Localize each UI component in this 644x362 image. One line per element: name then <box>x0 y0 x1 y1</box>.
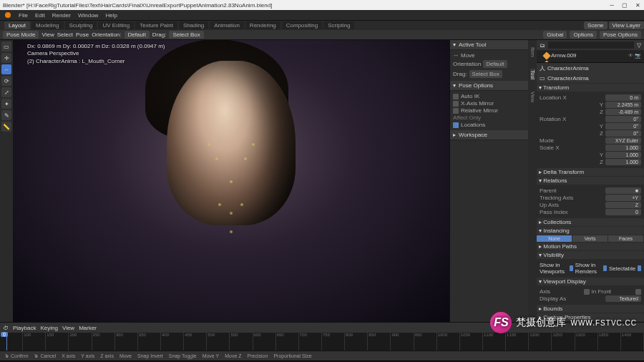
menu-window[interactable]: Window <box>78 12 98 19</box>
tl-playback-menu[interactable]: Playback <box>13 325 36 331</box>
outliner-search[interactable] <box>548 41 634 49</box>
menu-render[interactable]: Render <box>52 12 71 19</box>
xmirror-checkbox[interactable] <box>453 101 459 107</box>
minimize-button[interactable]: ─ <box>608 1 615 9</box>
timeline-track[interactable]: 0100150200250300350400450500550600650700… <box>0 333 644 351</box>
tab-sculpting[interactable]: Sculpting <box>65 21 97 29</box>
rotate-tool[interactable]: ⟳ <box>1 76 11 86</box>
tl-marker-menu[interactable]: Marker <box>79 325 97 331</box>
show-renders-check[interactable] <box>603 265 607 271</box>
outliner-type-icon[interactable]: 🗂 <box>540 42 545 49</box>
tab-animation[interactable]: Animation <box>210 21 244 29</box>
tl-keying-menu[interactable]: Keying <box>40 325 57 331</box>
loc-y-field[interactable]: 2.2455 m <box>605 102 641 108</box>
instancing-toggle[interactable]: None Verts Faces <box>537 235 644 242</box>
transform-tool[interactable]: ✦ <box>1 99 11 109</box>
tab-rendering[interactable]: Rendering <box>245 21 280 29</box>
3d-viewport[interactable]: Dx: 0.0869 m Dy: 0.00027 m Dz: 0.0328 m … <box>13 40 449 322</box>
scale-x-field[interactable]: 1.000 <box>605 145 641 151</box>
displayas-field[interactable]: Textured <box>605 295 641 302</box>
tl-view-menu[interactable]: View <box>62 325 74 331</box>
up-axis-field[interactable]: Z <box>605 202 641 208</box>
rot-z-field[interactable]: 0° <box>605 130 641 137</box>
viewport-overlay-text: Dx: 0.0869 m Dy: 0.00027 m Dz: 0.0328 m … <box>27 43 165 65</box>
tab-uv[interactable]: UV Editing <box>98 21 134 29</box>
autoik-checkbox[interactable] <box>453 94 459 99</box>
custom-props-panel[interactable]: ▸ Custom Properties <box>537 313 644 321</box>
drag-dropdown[interactable]: Select Box <box>169 31 203 39</box>
menu-help[interactable]: Help <box>105 12 117 19</box>
scale-y-field[interactable]: 1.000 <box>605 152 641 158</box>
scene-selector[interactable]: Scene <box>584 21 608 29</box>
measure-tool[interactable]: 📏 <box>1 122 11 132</box>
scale-z-field[interactable]: 1.000 <box>605 159 641 165</box>
move-tool[interactable]: ↔ <box>1 64 11 74</box>
delta-panel[interactable]: ▸ Delta Transform <box>537 168 644 176</box>
render-icon[interactable]: 📷 <box>635 52 641 60</box>
selectable-check[interactable] <box>638 265 641 271</box>
drag-select[interactable]: Select Box <box>469 70 502 78</box>
passindex-field[interactable]: 0 <box>605 209 641 215</box>
viewlayer-selector[interactable]: View Layer <box>609 21 644 29</box>
outliner-tree[interactable]: Armw.009👁📷Armw.020👁📷Armw.021👁📷BowDemoMes… <box>537 50 644 62</box>
instancing-panel[interactable]: ▾ Instancing <box>537 227 644 235</box>
playhead[interactable] <box>6 333 7 351</box>
mode-dropdown[interactable]: Pose Mode <box>3 31 39 39</box>
pivot-dropdown[interactable]: Global <box>543 31 567 39</box>
viewport-display-panel[interactable]: ▾ Viewport Display <box>537 278 644 285</box>
track-axis-field[interactable]: +Y <box>605 195 641 201</box>
tab-texpaint[interactable]: Texture Paint <box>135 21 177 29</box>
view-menu[interactable]: View <box>42 31 54 38</box>
tab-scripting[interactable]: Scripting <box>323 21 354 29</box>
npanel-tab-view[interactable]: View <box>530 90 535 104</box>
infront-check[interactable] <box>635 289 641 295</box>
annotate-tool[interactable]: ✎ <box>1 110 11 120</box>
filter-icon[interactable]: ▽ <box>637 42 641 49</box>
npanel-tab-item[interactable]: Item <box>530 46 535 59</box>
cursor-tool[interactable]: ✛ <box>1 53 11 63</box>
bounds-panel[interactable]: ▸ Bounds <box>537 305 644 313</box>
visibility-panel[interactable]: ▾ Visibility <box>537 251 644 259</box>
tab-compositing[interactable]: Compositing <box>282 21 322 29</box>
npanel-tool-header[interactable]: ▾ Active Tool <box>450 40 528 50</box>
transform-panel[interactable]: ▾ Transform <box>537 84 644 92</box>
motion-panel[interactable]: ▸ Motion Paths <box>537 243 644 250</box>
outliner-item[interactable]: Armw.009👁📷 <box>538 52 643 60</box>
workspace-header[interactable]: ▸ Workspace <box>450 130 528 140</box>
parent-field[interactable]: ■ <box>605 187 641 194</box>
pose-options-popup[interactable]: Pose Options <box>600 31 641 39</box>
timeline-icon[interactable]: ⏱ <box>3 325 9 331</box>
npanel-tab-tool[interactable]: Tool <box>530 69 535 81</box>
pose-options-header[interactable]: ▾ Pose Options <box>450 81 528 91</box>
tab-layout[interactable]: Layout <box>4 21 30 29</box>
axis-check[interactable] <box>584 289 590 295</box>
orientation-select[interactable]: Default <box>483 60 507 68</box>
select-tool[interactable]: ▭ <box>1 41 11 52</box>
options-popover[interactable]: Options <box>570 31 597 39</box>
move-icon: ↔ <box>453 52 459 59</box>
show-viewports-check[interactable] <box>570 265 573 271</box>
menu-edit[interactable]: Edit <box>35 12 45 19</box>
right-panel: 🗂 ▽ Armw.009👁📷Armw.020👁📷Armw.021👁📷BowDem… <box>537 40 644 322</box>
rot-x-field[interactable]: 0° <box>605 116 641 122</box>
scale-tool[interactable]: ⤢ <box>1 87 11 97</box>
tab-modeling[interactable]: Modeling <box>31 21 63 29</box>
collections-panel[interactable]: ▸ Collections <box>537 218 644 226</box>
rot-y-field[interactable]: 0° <box>605 123 641 129</box>
menu-file[interactable]: File <box>19 12 28 19</box>
loc-z-field[interactable]: -0.489 m <box>605 109 641 115</box>
maximize-button[interactable]: ▢ <box>621 1 628 9</box>
select-menu[interactable]: Select <box>57 31 73 38</box>
orientation-dropdown[interactable]: Default <box>125 31 150 39</box>
close-button[interactable]: ✕ <box>634 1 641 9</box>
rot-mode-field[interactable]: XYZ Euler <box>605 137 641 144</box>
tab-shading[interactable]: Shading <box>179 21 208 29</box>
svg-point-0 <box>5 12 11 18</box>
relations-panel[interactable]: ▾ Relations <box>537 177 644 185</box>
pose-menu[interactable]: Pose <box>76 31 89 38</box>
loc-x-field[interactable]: 0 m <box>605 94 641 101</box>
relmirror-checkbox[interactable] <box>453 108 459 114</box>
locations-checkbox[interactable] <box>453 122 459 128</box>
restrict-icon[interactable]: 👁 <box>628 52 633 60</box>
cancel-hint: 🖱 Cancel <box>34 353 56 358</box>
